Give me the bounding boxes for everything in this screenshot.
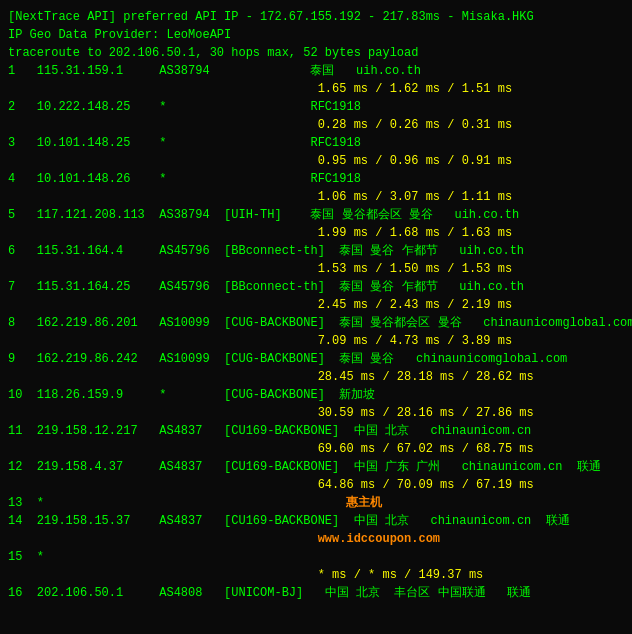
hop-15-timing: * ms / * ms / 149.37 ms: [8, 566, 624, 584]
hop-9-timing: 28.45 ms / 28.18 ms / 28.62 ms: [8, 368, 624, 386]
hop-3-info: 3 10.101.148.25 * RFC1918: [8, 134, 624, 152]
hop-7-info: 7 115.31.164.25 AS45796 [BBconnect-th] 泰…: [8, 278, 624, 296]
hop-2-info: 2 10.222.148.25 * RFC1918: [8, 98, 624, 116]
hop-2-timing: 0.28 ms / 0.26 ms / 0.31 ms: [8, 116, 624, 134]
hop-11-info: 11 219.158.12.217 AS4837 [CU169-BACKBONE…: [8, 422, 624, 440]
hop-4-timing: 1.06 ms / 3.07 ms / 1.11 ms: [8, 188, 624, 206]
hop-12-info: 12 219.158.4.37 AS4837 [CU169-BACKBONE] …: [8, 458, 624, 476]
hop-12-timing: 64.86 ms / 70.09 ms / 67.19 ms: [8, 476, 624, 494]
header-line-2: IP Geo Data Provider: LeoMoeAPI: [8, 26, 624, 44]
hop-5-timing: 1.99 ms / 1.68 ms / 1.63 ms: [8, 224, 624, 242]
hop-10-info: 10 118.26.159.9 * [CUG-BACKBONE] 新加坡: [8, 386, 624, 404]
hop-14-watermark: www.idccoupon.com: [8, 530, 624, 548]
hop-6-info: 6 115.31.164.4 AS45796 [BBconnect-th] 泰国…: [8, 242, 624, 260]
hop-5-info: 5 117.121.208.113 AS38794 [UIH-TH] 泰国 曼谷…: [8, 206, 624, 224]
hop-3-timing: 0.95 ms / 0.96 ms / 0.91 ms: [8, 152, 624, 170]
hop-16-info: 16 202.106.50.1 AS4808 [UNICOM-BJ] 中国 北京…: [8, 584, 624, 602]
hop-9-info: 9 162.219.86.242 AS10099 [CUG-BACKBONE] …: [8, 350, 624, 368]
traceroute-header: traceroute to 202.106.50.1, 30 hops max,…: [8, 44, 624, 62]
hop-10-timing: 30.59 ms / 28.16 ms / 27.86 ms: [8, 404, 624, 422]
hop-8-timing: 7.09 ms / 4.73 ms / 3.89 ms: [8, 332, 624, 350]
terminal-output: [NextTrace API] preferred API IP - 172.6…: [8, 8, 624, 602]
hop-7-timing: 2.45 ms / 2.43 ms / 2.19 ms: [8, 296, 624, 314]
hop-4-info: 4 10.101.148.26 * RFC1918: [8, 170, 624, 188]
hop-6-timing: 1.53 ms / 1.50 ms / 1.53 ms: [8, 260, 624, 278]
hop-8-info: 8 162.219.86.201 AS10099 [CUG-BACKBONE] …: [8, 314, 624, 332]
hop-13-info: 13 * 惠主机: [8, 494, 624, 512]
hop-1-timing: 1.65 ms / 1.62 ms / 1.51 ms: [8, 80, 624, 98]
header-line-1: [NextTrace API] preferred API IP - 172.6…: [8, 8, 624, 26]
hop-1-info: 1 115.31.159.1 AS38794 泰国 uih.co.th: [8, 62, 624, 80]
hop-11-timing: 69.60 ms / 67.02 ms / 68.75 ms: [8, 440, 624, 458]
hop-14-info: 14 219.158.15.37 AS4837 [CU169-BACKBONE]…: [8, 512, 624, 530]
hop-15-info: 15 *: [8, 548, 624, 566]
